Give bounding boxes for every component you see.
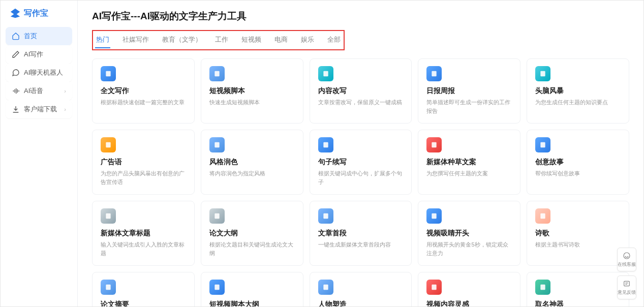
card-desc: 一键生成新媒体文章首段内容 — [318, 240, 404, 249]
brain-icon — [535, 66, 550, 81]
tab-4[interactable]: 短视频 — [240, 32, 262, 47]
card-title: 新媒体文章标题 — [101, 229, 186, 238]
tool-card-3[interactable]: 日报周报 简单描述即可生成一份详实的工作报告 — [418, 58, 520, 124]
tab-3[interactable]: 工作 — [214, 32, 229, 47]
audio-icon — [12, 87, 20, 95]
card-title: 创意故事 — [535, 158, 621, 167]
tool-card-12[interactable]: 文章首段 一键生成新媒体文章首段内容 — [310, 201, 412, 266]
logo-icon — [10, 8, 21, 19]
nav-label: 客户端下载 — [24, 105, 57, 114]
card-title: 短视频脚本 — [209, 86, 295, 96]
feedback-button[interactable]: 意见反馈 — [617, 275, 636, 299]
tab-2[interactable]: 教育（文学） — [161, 32, 203, 47]
nav-item-2[interactable]: AI聊天机器人 — [6, 64, 72, 82]
svg-rect-10 — [216, 73, 218, 74]
card-title: 视频吸睛开头 — [426, 229, 512, 238]
svg-rect-36 — [107, 214, 109, 215]
pencil-icon — [12, 50, 20, 58]
svg-rect-43 — [324, 216, 327, 216]
svg-point-65 — [624, 253, 630, 259]
tool-card-7[interactable]: 句子续写 根据关键词成中心句，扩展多个句子 — [310, 130, 412, 195]
tool-card-13[interactable]: 视频吸睛开头 用视频开头的黄金5秒，锁定观众注意力 — [418, 201, 520, 266]
svg-rect-57 — [324, 286, 327, 286]
nav-item-0[interactable]: 首页 — [6, 27, 72, 45]
logo[interactable]: 写作宝 — [6, 5, 72, 24]
tool-card-1[interactable]: 短视频脚本 快速生成短视频脚本 — [201, 58, 303, 124]
svg-rect-58 — [324, 287, 327, 287]
card-title: 短视频脚本大纲 — [209, 300, 295, 306]
tool-card-0[interactable]: 全文写作 根据标题快速创建一篇完整的文章 — [92, 58, 195, 124]
person-icon — [318, 280, 333, 295]
abstract-icon — [101, 280, 116, 295]
nav-label: 首页 — [24, 32, 37, 41]
svg-rect-22 — [107, 144, 109, 145]
svg-rect-15 — [433, 72, 436, 73]
nav-label: AI聊天机器人 — [24, 68, 63, 77]
svg-rect-28 — [324, 144, 327, 145]
card-desc: 为您撰写任何主题的文案 — [426, 169, 512, 178]
svg-rect-19 — [542, 73, 544, 74]
nav-label: AI写作 — [24, 50, 43, 59]
tool-card-16[interactable]: 短视频脚本大纲 生成VLOG、口播稿等短视频的拍摄大纲 — [201, 272, 303, 306]
card-title: 新媒体种草文案 — [426, 158, 512, 167]
feedback-icon — [622, 279, 631, 288]
tab-7[interactable]: 全部 — [326, 32, 342, 47]
tab-1[interactable]: 社媒写作 — [121, 32, 150, 47]
card-title: 头脑风暴 — [535, 86, 621, 96]
svg-rect-39 — [216, 214, 218, 215]
card-title: 论文大纲 — [209, 229, 295, 238]
tool-card-5[interactable]: 广告语 为您的产品头脑风暴出有创意的广告宣传语 — [92, 130, 195, 195]
nav-item-1[interactable]: AI写作 — [6, 45, 72, 64]
svg-rect-64 — [542, 287, 544, 287]
tool-card-14[interactable]: 诗歌 根据主题书写诗歌 — [527, 201, 629, 266]
brand-text: 写作宝 — [24, 8, 48, 19]
svg-rect-61 — [433, 287, 436, 287]
chat-icon — [12, 69, 20, 77]
tab-0[interactable]: 热门 — [95, 32, 110, 47]
tool-card-11[interactable]: 论文大纲 根据论文题目和关键词生成论文大纲 — [201, 201, 303, 266]
tool-card-4[interactable]: 头脑风暴 为您生成任何主题的知识要点 — [527, 58, 629, 124]
svg-rect-51 — [107, 286, 109, 286]
card-grid: 全文写作 根据标题快速创建一篇完整的文章 短视频脚本 快速生成短视频脚本 内容改… — [92, 58, 629, 306]
svg-rect-1 — [14, 89, 15, 93]
tool-card-6[interactable]: 风格润色 将内容润色为指定风格 — [201, 130, 303, 195]
chevron-right-icon: › — [64, 106, 66, 112]
tool-card-2[interactable]: 内容改写 文章按需改写，保留原义一键成稿 — [310, 58, 412, 124]
firstpara-icon — [318, 208, 333, 224]
svg-rect-45 — [433, 214, 436, 215]
tool-card-10[interactable]: 新媒体文章标题 输入关键词生成引人入胜的文章标题 — [92, 201, 195, 266]
sidebar: 写作宝 首页 AI写作 AI聊天机器人 AI语音 › 客户端下载 › — [1, 1, 78, 306]
app-root: 写作宝 首页 AI写作 AI聊天机器人 AI语音 › 客户端下载 › AI写作宝… — [0, 0, 644, 307]
svg-rect-2 — [16, 88, 16, 94]
svg-rect-31 — [433, 144, 436, 145]
card-desc: 根据主题书写诗歌 — [535, 240, 621, 249]
tool-card-9[interactable]: 创意故事 帮你续写创意故事 — [527, 130, 629, 195]
card-desc: 将内容润色为指定风格 — [209, 169, 295, 178]
svg-rect-21 — [107, 143, 109, 144]
doc-icon — [101, 66, 116, 81]
card-title: 风格润色 — [209, 158, 295, 167]
card-desc: 输入关键词生成引人入胜的文章标题 — [101, 240, 186, 257]
tool-card-8[interactable]: 新媒体种草文案 为您撰写任何主题的文案 — [418, 130, 520, 195]
tab-5[interactable]: 电商 — [273, 32, 289, 47]
tab-6[interactable]: 娱乐 — [300, 32, 315, 47]
nav-item-3[interactable]: AI语音 › — [6, 82, 72, 100]
ad-icon — [101, 137, 116, 152]
tool-card-17[interactable]: 人物塑造 为你故事中的角色塑造一个丰满的人物形象 — [310, 272, 412, 306]
nav-item-4[interactable]: 客户端下载 › — [6, 100, 72, 118]
story-icon — [535, 137, 550, 152]
float-buttons: 在线客服 意见反馈 — [617, 248, 636, 299]
card-title: 论文摘要 — [101, 300, 186, 306]
tool-card-18[interactable]: 视频内容灵感 哪些点拍视频？让AI写作宝来提供灵感 — [418, 272, 520, 306]
svg-rect-66 — [624, 281, 630, 286]
idea-icon — [426, 280, 442, 295]
rewrite-icon — [318, 66, 333, 81]
online-service-button[interactable]: 在线客服 — [617, 248, 636, 271]
svg-rect-24 — [216, 143, 218, 144]
svg-rect-52 — [107, 287, 109, 287]
svg-rect-30 — [433, 143, 436, 144]
tool-card-15[interactable]: 论文摘要 根据论文题目和关键词生成论文摘要 — [92, 272, 195, 306]
name-icon — [535, 280, 550, 295]
card-desc: 根据标题快速创建一篇完整的文章 — [101, 98, 186, 107]
tool-card-19[interactable]: 取名神器 一键生成人名、公司名称 — [527, 272, 629, 306]
